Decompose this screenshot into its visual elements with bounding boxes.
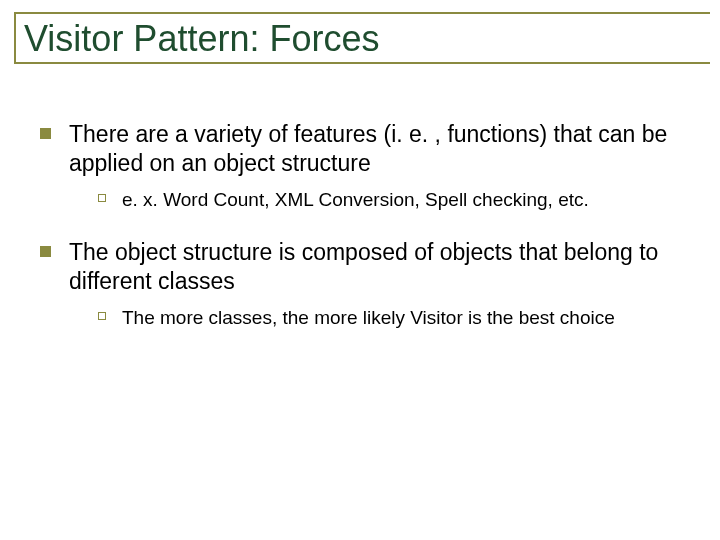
rule-left (14, 12, 16, 62)
square-outline-bullet-icon (98, 312, 106, 320)
list-item-text: The object structure is composed of obje… (69, 238, 680, 296)
square-outline-bullet-icon (98, 194, 106, 202)
square-bullet-icon (40, 128, 51, 139)
list-subitem: e. x. Word Count, XML Conversion, Spell … (98, 188, 680, 213)
list-item: The object structure is composed of obje… (40, 238, 680, 296)
page-title: Visitor Pattern: Forces (24, 18, 385, 60)
list-item-text: There are a variety of features (i. e. ,… (69, 120, 680, 178)
square-bullet-icon (40, 246, 51, 257)
rule-under-title (14, 62, 710, 64)
slide-body: There are a variety of features (i. e. ,… (40, 120, 680, 356)
rule-top (14, 12, 710, 14)
list-subitem-text: The more classes, the more likely Visito… (122, 306, 615, 331)
list-item: There are a variety of features (i. e. ,… (40, 120, 680, 178)
list-subitem: The more classes, the more likely Visito… (98, 306, 680, 331)
list-subitem-text: e. x. Word Count, XML Conversion, Spell … (122, 188, 589, 213)
